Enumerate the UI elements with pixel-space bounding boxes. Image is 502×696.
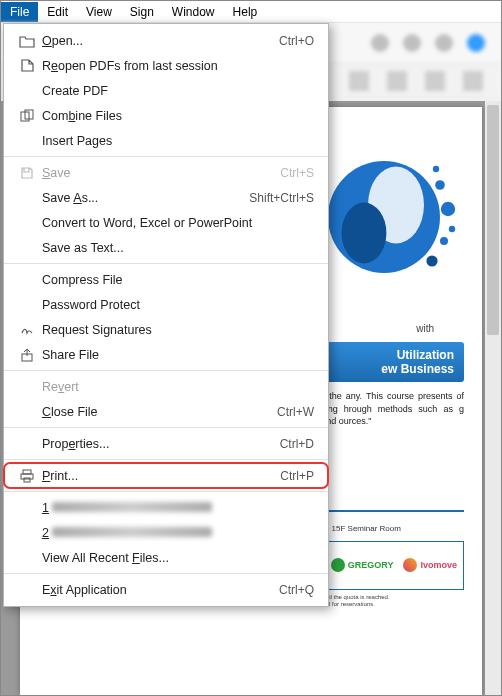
- menu-recent-1[interactable]: 1: [4, 495, 328, 520]
- combine-icon: [16, 109, 38, 122]
- signature-icon: [16, 323, 38, 336]
- toolbar-icon[interactable]: [387, 71, 407, 91]
- menu-separator: [4, 427, 328, 428]
- save-icon: [16, 166, 38, 180]
- toolbar-icon[interactable]: [371, 34, 389, 52]
- menu-separator: [4, 491, 328, 492]
- menu-revert: Revert: [4, 374, 328, 399]
- svg-point-8: [433, 166, 439, 172]
- svg-point-4: [441, 202, 455, 216]
- account-icon[interactable]: [467, 34, 485, 52]
- folder-open-icon: [16, 34, 38, 48]
- toolbar-icon[interactable]: [463, 71, 483, 91]
- svg-point-7: [449, 226, 455, 232]
- menu-print[interactable]: Print... Ctrl+P: [4, 463, 328, 488]
- menu-password[interactable]: Password Protect: [4, 292, 328, 317]
- menu-save-as[interactable]: Save As... Shift+Ctrl+S: [4, 185, 328, 210]
- menu-request-signatures[interactable]: Request Signatures: [4, 317, 328, 342]
- menu-recent-2[interactable]: 2: [4, 520, 328, 545]
- menu-separator: [4, 370, 328, 371]
- menu-share[interactable]: Share File: [4, 342, 328, 367]
- bell-icon[interactable]: [435, 34, 453, 52]
- menu-reopen[interactable]: Reopen PDFs from last session: [4, 53, 328, 78]
- svg-point-3: [435, 180, 445, 190]
- logo-icon: [331, 558, 345, 572]
- menu-save-text[interactable]: Save as Text...: [4, 235, 328, 260]
- menu-edit[interactable]: Edit: [38, 2, 77, 22]
- menu-insert-pages[interactable]: Insert Pages: [4, 128, 328, 153]
- vertical-scrollbar[interactable]: [485, 101, 501, 695]
- menu-combine[interactable]: Combine Files: [4, 103, 328, 128]
- svg-point-5: [440, 237, 448, 245]
- svg-point-2: [342, 203, 387, 264]
- scroll-thumb[interactable]: [487, 105, 499, 335]
- menu-save: Save Ctrl+S: [4, 160, 328, 185]
- svg-point-6: [426, 255, 437, 266]
- recent-filename-redacted: [52, 527, 212, 537]
- sponsor-logo: GREGORY: [331, 558, 394, 572]
- menu-exit[interactable]: Exit Application Ctrl+Q: [4, 577, 328, 602]
- menu-separator: [4, 573, 328, 574]
- menu-close-file[interactable]: Close File Ctrl+W: [4, 399, 328, 424]
- recent-filename-redacted: [52, 502, 212, 512]
- toolbar-icon[interactable]: [425, 71, 445, 91]
- menu-file[interactable]: File: [1, 2, 38, 22]
- svg-rect-12: [23, 470, 31, 474]
- menu-separator: [4, 156, 328, 157]
- toolbar-icon[interactable]: [403, 34, 421, 52]
- menu-separator: [4, 263, 328, 264]
- sponsor-logo: Ivomove: [403, 558, 457, 572]
- history-icon: [16, 58, 38, 73]
- file-menu-dropdown: Open... Ctrl+O Reopen PDFs from last ses…: [3, 23, 329, 607]
- share-icon: [16, 348, 38, 362]
- menu-create-pdf[interactable]: Create PDF: [4, 78, 328, 103]
- menu-sign[interactable]: Sign: [121, 2, 163, 22]
- menu-separator: [4, 459, 328, 460]
- print-icon: [16, 469, 38, 483]
- menu-compress[interactable]: Compress File: [4, 267, 328, 292]
- menu-properties[interactable]: Properties... Ctrl+D: [4, 431, 328, 456]
- menu-view-all-recent[interactable]: View All Recent Files...: [4, 545, 328, 570]
- menu-convert[interactable]: Convert to Word, Excel or PowerPoint: [4, 210, 328, 235]
- menu-window[interactable]: Window: [163, 2, 224, 22]
- menu-view[interactable]: View: [77, 2, 121, 22]
- toolbar-icon[interactable]: [349, 71, 369, 91]
- menu-open[interactable]: Open... Ctrl+O: [4, 28, 328, 53]
- logo-icon: [403, 558, 417, 572]
- menu-help[interactable]: Help: [224, 2, 267, 22]
- menubar: File Edit View Sign Window Help: [1, 1, 501, 23]
